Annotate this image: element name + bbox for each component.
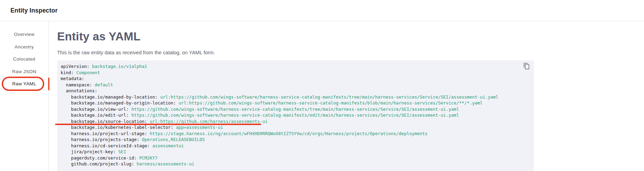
yaml-line: backstage.io/view-url: https://github.co… xyxy=(61,106,530,112)
sidebar-item-label: Ancestry xyxy=(15,44,34,49)
yaml-key: backstage.io/managed-by-location: xyxy=(61,94,157,100)
yaml-line: github.com/project-slug: harness/assessm… xyxy=(61,161,530,167)
yaml-value: Operations,RELEASEBUILDS xyxy=(142,137,205,142)
yaml-key: jira/project-key: xyxy=(61,149,116,154)
sidebar-item-label: Raw YAML xyxy=(12,81,36,86)
sidebar-item-raw-yaml[interactable]: Raw YAML xyxy=(0,78,48,90)
yaml-line: harness.io/cd-serviceId-stage: assessmen… xyxy=(61,143,530,149)
yaml-line: backstage.io/managed-by-location: url:ht… xyxy=(61,94,530,100)
yaml-key: harness.io/cd-serviceId-stage: xyxy=(61,143,150,148)
yaml-key: kind: xyxy=(61,70,74,75)
yaml-value: https://github.com/wings-software/harnes… xyxy=(131,107,459,112)
active-tab-indicator xyxy=(48,78,49,90)
yaml-line: backstage.io/edit-url: https://github.co… xyxy=(61,112,530,118)
yaml-key: backstage.io/source-location: xyxy=(61,119,147,124)
dialog-title: Entity Inspector xyxy=(10,7,57,14)
yaml-line: apiVersion: backstage.io/v1alpha1 xyxy=(61,63,530,70)
yaml-code-block: apiVersion: backstage.io/v1alpha1kind: C… xyxy=(57,60,534,171)
yaml-key: metadata: xyxy=(61,76,84,81)
yaml-value: harness/assessments-ui xyxy=(137,161,194,166)
yaml-value: SEI xyxy=(118,149,126,154)
yaml-value: backstage.io/v1alpha1 xyxy=(92,64,147,69)
sidebar-item-colocated[interactable]: Colocated xyxy=(0,53,48,65)
inspector-sidebar-tabs: OverviewAncestryColocatedRaw JSONRaw YAM… xyxy=(0,21,49,171)
yaml-key: harness.io/projects-stage: xyxy=(61,137,139,142)
page-description: This is the raw entity data as received … xyxy=(57,49,644,56)
yaml-line: harness.io/projects-stage: Operations,RE… xyxy=(61,137,530,143)
yaml-line: backstage.io/source-location: url:https:… xyxy=(61,118,530,125)
yaml-line: backstage.io/managed-by-origin-location:… xyxy=(61,100,530,106)
yaml-key: backstage.io/managed-by-origin-location: xyxy=(61,100,176,106)
yaml-line: jira/project-key: SEI xyxy=(61,149,530,155)
yaml-key: apiVersion: xyxy=(61,64,90,69)
sidebar-item-label: Raw JSON xyxy=(12,69,37,74)
yaml-line: backstage.io/kubernetes-label-selector: … xyxy=(61,124,530,131)
yaml-key: backstage.io/edit-url: xyxy=(61,112,129,118)
yaml-key: pagerduty.com/service-id: xyxy=(61,155,137,161)
yaml-value: PCM2KY7 xyxy=(139,155,158,161)
page-title: Entity as YAML xyxy=(57,30,644,44)
sidebar-item-label: Colocated xyxy=(13,56,36,62)
dialog-content: OverviewAncestryColocatedRaw JSONRaw YAM… xyxy=(0,21,644,171)
yaml-line: annotations: xyxy=(61,88,530,94)
dialog-header: Entity Inspector xyxy=(0,0,644,21)
main-panel: Entity as YAML This is the raw entity da… xyxy=(49,21,644,171)
yaml-line: metadata: xyxy=(61,76,530,82)
yaml-line: namespace: default xyxy=(61,82,530,88)
yaml-code: apiVersion: backstage.io/v1alpha1kind: C… xyxy=(61,63,530,167)
yaml-value: url:https://github.com/harness/assessmen… xyxy=(150,119,268,124)
yaml-key: backstage.io/view-url: xyxy=(61,107,129,112)
yaml-value: app=assessments-ui xyxy=(176,125,223,130)
sidebar-item-label: Overview xyxy=(14,32,34,37)
yaml-value: assessmentui xyxy=(152,143,184,148)
yaml-value: url:https://github.com/wings-software/ha… xyxy=(160,94,498,100)
yaml-value: url:https://github.com/wings-software/ha… xyxy=(179,100,483,106)
sidebar-item-overview[interactable]: Overview xyxy=(0,28,48,41)
yaml-value: Component xyxy=(76,70,100,75)
sidebar-item-ancestry[interactable]: Ancestry xyxy=(0,41,48,53)
yaml-key: github.com/project-slug: xyxy=(61,161,134,166)
yaml-key: annotations: xyxy=(61,88,97,93)
sidebar-item-raw-json[interactable]: Raw JSON xyxy=(0,65,48,78)
yaml-value: https://github.com/wings-software/harnes… xyxy=(131,112,459,118)
yaml-value: default xyxy=(95,82,113,87)
yaml-line: kind: Component xyxy=(61,70,530,76)
yaml-key: namespace: xyxy=(61,82,92,87)
yaml-value: https://stage.harness.io/ng/account/wFHX… xyxy=(150,131,428,136)
yaml-line: harness.io/project-url-stage: https://st… xyxy=(61,131,530,137)
yaml-key: backstage.io/kubernetes-label-selector: xyxy=(61,125,173,130)
yaml-key: harness.io/project-url-stage: xyxy=(61,131,147,136)
yaml-line: pagerduty.com/service-id: PCM2KY7 xyxy=(61,155,530,161)
